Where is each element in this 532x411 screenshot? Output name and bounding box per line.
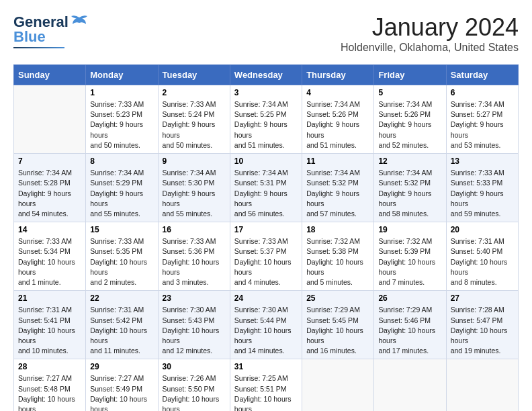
day-number: 26: [378, 293, 441, 303]
day-info: Sunrise: 7:32 AMSunset: 5:39 PMDaylight:…: [378, 236, 441, 287]
calendar-week-row: 1Sunrise: 7:33 AMSunset: 5:23 PMDaylight…: [14, 85, 519, 154]
title-section: January 2024 Holdenville, Oklahoma, Unit…: [341, 13, 519, 54]
day-info: Sunrise: 7:34 AMSunset: 5:32 PMDaylight:…: [306, 168, 369, 219]
calendar-cell: 24Sunrise: 7:30 AMSunset: 5:44 PMDayligh…: [230, 291, 302, 359]
calendar-week-row: 21Sunrise: 7:31 AMSunset: 5:41 PMDayligh…: [14, 291, 519, 359]
day-info: Sunrise: 7:33 AMSunset: 5:34 PMDaylight:…: [18, 236, 81, 287]
calendar-week-row: 14Sunrise: 7:33 AMSunset: 5:34 PMDayligh…: [14, 222, 519, 291]
logo-bird-icon: [70, 15, 89, 30]
day-info: Sunrise: 7:34 AMSunset: 5:26 PMDaylight:…: [378, 99, 441, 150]
calendar-cell: 28Sunrise: 7:27 AMSunset: 5:48 PMDayligh…: [14, 359, 86, 411]
day-number: 4: [306, 88, 369, 97]
calendar-cell: 9Sunrise: 7:34 AMSunset: 5:30 PMDaylight…: [158, 154, 230, 222]
calendar-cell: 25Sunrise: 7:29 AMSunset: 5:45 PMDayligh…: [302, 291, 374, 359]
day-info: Sunrise: 7:34 AMSunset: 5:31 PMDaylight:…: [234, 168, 298, 219]
calendar-week-row: 7Sunrise: 7:34 AMSunset: 5:28 PMDaylight…: [14, 154, 519, 222]
calendar-cell: [446, 359, 518, 411]
calendar-cell: [302, 359, 374, 411]
day-number: 10: [234, 156, 298, 166]
calendar-cell: 7Sunrise: 7:34 AMSunset: 5:28 PMDaylight…: [14, 154, 86, 222]
calendar-cell: 27Sunrise: 7:28 AMSunset: 5:47 PMDayligh…: [446, 291, 518, 359]
day-number: 22: [90, 293, 153, 303]
calendar-cell: 21Sunrise: 7:31 AMSunset: 5:41 PMDayligh…: [14, 291, 86, 359]
day-info: Sunrise: 7:30 AMSunset: 5:43 PMDaylight:…: [163, 305, 226, 356]
day-info: Sunrise: 7:33 AMSunset: 5:36 PMDaylight:…: [163, 236, 226, 287]
day-number: 29: [90, 362, 153, 371]
day-number: 2: [163, 88, 226, 97]
day-info: Sunrise: 7:32 AMSunset: 5:38 PMDaylight:…: [306, 236, 369, 287]
day-number: 13: [451, 156, 514, 166]
day-info: Sunrise: 7:25 AMSunset: 5:51 PMDaylight:…: [234, 373, 298, 411]
day-number: 21: [18, 293, 81, 303]
calendar-cell: [14, 85, 86, 154]
col-monday: Monday: [86, 65, 158, 85]
calendar-cell: 16Sunrise: 7:33 AMSunset: 5:36 PMDayligh…: [158, 222, 230, 291]
calendar-week-row: 28Sunrise: 7:27 AMSunset: 5:48 PMDayligh…: [14, 359, 519, 411]
day-number: 15: [90, 225, 153, 234]
day-number: 7: [18, 156, 81, 166]
day-info: Sunrise: 7:34 AMSunset: 5:28 PMDaylight:…: [18, 168, 81, 219]
calendar-cell: 12Sunrise: 7:34 AMSunset: 5:32 PMDayligh…: [374, 154, 446, 222]
day-info: Sunrise: 7:27 AMSunset: 5:49 PMDaylight:…: [90, 373, 153, 411]
col-friday: Friday: [374, 65, 446, 85]
calendar-cell: 1Sunrise: 7:33 AMSunset: 5:23 PMDaylight…: [86, 85, 158, 154]
calendar-cell: 18Sunrise: 7:32 AMSunset: 5:38 PMDayligh…: [302, 222, 374, 291]
day-info: Sunrise: 7:30 AMSunset: 5:44 PMDaylight:…: [234, 305, 298, 356]
day-number: 27: [451, 293, 514, 303]
day-info: Sunrise: 7:26 AMSunset: 5:50 PMDaylight:…: [163, 373, 226, 411]
calendar-table: Sunday Monday Tuesday Wednesday Thursday…: [13, 64, 519, 411]
calendar-cell: 29Sunrise: 7:27 AMSunset: 5:49 PMDayligh…: [86, 359, 158, 411]
day-number: 19: [378, 225, 441, 234]
day-info: Sunrise: 7:34 AMSunset: 5:29 PMDaylight:…: [90, 168, 153, 219]
calendar-cell: 5Sunrise: 7:34 AMSunset: 5:26 PMDaylight…: [374, 85, 446, 154]
calendar-header-row: Sunday Monday Tuesday Wednesday Thursday…: [14, 65, 519, 85]
day-info: Sunrise: 7:31 AMSunset: 5:40 PMDaylight:…: [451, 236, 514, 287]
day-number: 30: [163, 362, 226, 371]
col-sunday: Sunday: [14, 65, 86, 85]
calendar-cell: 15Sunrise: 7:33 AMSunset: 5:35 PMDayligh…: [86, 222, 158, 291]
col-wednesday: Wednesday: [230, 65, 302, 85]
calendar-cell: 8Sunrise: 7:34 AMSunset: 5:29 PMDaylight…: [86, 154, 158, 222]
day-info: Sunrise: 7:27 AMSunset: 5:48 PMDaylight:…: [18, 373, 81, 411]
calendar-cell: 22Sunrise: 7:31 AMSunset: 5:42 PMDayligh…: [86, 291, 158, 359]
day-info: Sunrise: 7:29 AMSunset: 5:46 PMDaylight:…: [378, 305, 441, 356]
day-number: 9: [163, 156, 226, 166]
day-number: 23: [163, 293, 226, 303]
day-info: Sunrise: 7:33 AMSunset: 5:35 PMDaylight:…: [90, 236, 153, 287]
day-info: Sunrise: 7:33 AMSunset: 5:33 PMDaylight:…: [451, 168, 514, 219]
day-number: 3: [234, 88, 298, 97]
day-info: Sunrise: 7:34 AMSunset: 5:32 PMDaylight:…: [378, 168, 441, 219]
calendar-cell: 14Sunrise: 7:33 AMSunset: 5:34 PMDayligh…: [14, 222, 86, 291]
day-info: Sunrise: 7:33 AMSunset: 5:37 PMDaylight:…: [234, 236, 298, 287]
logo-blue-text: Blue: [13, 28, 46, 46]
day-info: Sunrise: 7:28 AMSunset: 5:47 PMDaylight:…: [451, 305, 514, 356]
day-number: 14: [18, 225, 81, 234]
day-number: 6: [451, 88, 514, 97]
day-info: Sunrise: 7:34 AMSunset: 5:26 PMDaylight:…: [306, 99, 369, 150]
col-thursday: Thursday: [302, 65, 374, 85]
day-number: 25: [306, 293, 369, 303]
calendar-cell: 17Sunrise: 7:33 AMSunset: 5:37 PMDayligh…: [230, 222, 302, 291]
day-number: 11: [306, 156, 369, 166]
calendar-cell: 6Sunrise: 7:34 AMSunset: 5:27 PMDaylight…: [446, 85, 518, 154]
day-info: Sunrise: 7:34 AMSunset: 5:25 PMDaylight:…: [234, 99, 298, 150]
calendar-cell: 3Sunrise: 7:34 AMSunset: 5:25 PMDaylight…: [230, 85, 302, 154]
day-info: Sunrise: 7:34 AMSunset: 5:30 PMDaylight:…: [163, 168, 226, 219]
calendar-cell: 20Sunrise: 7:31 AMSunset: 5:40 PMDayligh…: [446, 222, 518, 291]
col-saturday: Saturday: [446, 65, 518, 85]
calendar-cell: 30Sunrise: 7:26 AMSunset: 5:50 PMDayligh…: [158, 359, 230, 411]
day-number: 5: [378, 88, 441, 97]
calendar-cell: 11Sunrise: 7:34 AMSunset: 5:32 PMDayligh…: [302, 154, 374, 222]
day-number: 17: [234, 225, 298, 234]
calendar-cell: 31Sunrise: 7:25 AMSunset: 5:51 PMDayligh…: [230, 359, 302, 411]
calendar-cell: 2Sunrise: 7:33 AMSunset: 5:24 PMDaylight…: [158, 85, 230, 154]
calendar-cell: [374, 359, 446, 411]
day-number: 20: [451, 225, 514, 234]
day-info: Sunrise: 7:31 AMSunset: 5:41 PMDaylight:…: [18, 305, 81, 356]
page-header: General Blue January 2024 Holdenville, O…: [13, 13, 519, 54]
day-number: 18: [306, 225, 369, 234]
col-tuesday: Tuesday: [158, 65, 230, 85]
calendar-cell: 4Sunrise: 7:34 AMSunset: 5:26 PMDaylight…: [302, 85, 374, 154]
day-number: 1: [90, 88, 153, 97]
day-number: 16: [163, 225, 226, 234]
